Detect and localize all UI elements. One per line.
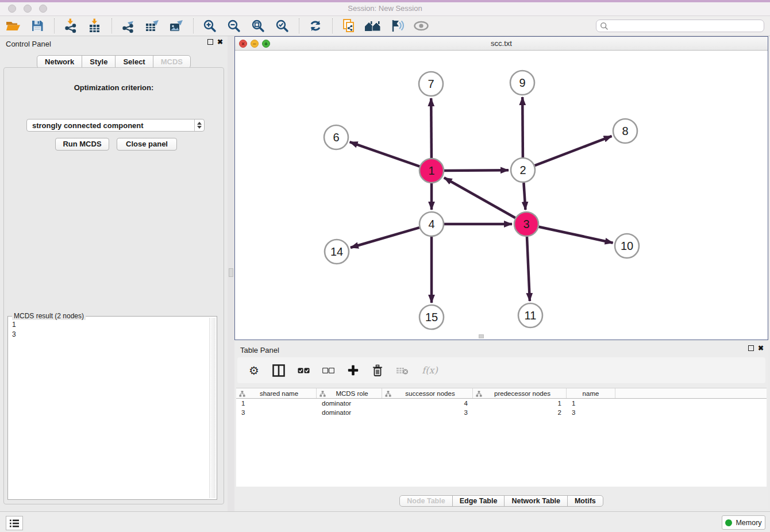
cell-predecessor-nodes[interactable]: 2	[473, 408, 567, 417]
node-15[interactable]: 15	[419, 305, 444, 329]
table-panel-tabs: Node TableEdge TableNetwork TableMotifs	[399, 495, 603, 507]
svg-text:2: 2	[519, 164, 526, 176]
table-row[interactable]: 3dominator323	[236, 408, 767, 417]
status-bar: Memory	[0, 511, 770, 532]
optimization-criterion-label: Optimization criterion:	[4, 83, 224, 92]
toolbar-separator	[193, 18, 194, 33]
edge-3-10[interactable]	[539, 227, 613, 243]
refresh-icon[interactable]	[307, 17, 324, 34]
edge-2-9[interactable]	[522, 97, 523, 157]
tab-motifs[interactable]: Motifs	[567, 495, 603, 507]
export-image-icon[interactable]	[168, 17, 185, 34]
column-header-shared-name[interactable]: shared name	[236, 388, 317, 398]
cell-shared-name[interactable]: 3	[236, 408, 317, 417]
main-toolbar	[0, 16, 770, 36]
memory-button[interactable]: Memory	[722, 515, 765, 530]
column-header-successor-nodes[interactable]: successor nodes	[382, 388, 473, 398]
cell-name[interactable]: 3	[567, 408, 615, 417]
column-header-mcds-role[interactable]: MCDS role	[317, 388, 382, 398]
mcds-result-text[interactable]: 1 3	[10, 320, 208, 498]
edge-1-6[interactable]	[350, 142, 420, 167]
cell-mcds-role[interactable]: dominator	[317, 408, 382, 417]
cell-name[interactable]: 1	[567, 399, 615, 408]
search-input[interactable]	[609, 21, 764, 31]
mcds-result-title: MCDS result (2 nodes)	[12, 312, 86, 320]
cell-successor-nodes[interactable]: 4	[382, 399, 473, 408]
cell-successor-nodes[interactable]: 3	[382, 408, 473, 417]
open-file-icon[interactable]	[5, 17, 22, 34]
network-graph[interactable]: 7968124314101511	[235, 51, 768, 340]
network-canvas[interactable]: 7968124314101511	[235, 51, 768, 340]
clone-network-icon[interactable]	[340, 17, 357, 34]
canvas-scroll-thumb[interactable]	[479, 334, 484, 338]
table-row[interactable]: 1dominator411	[236, 399, 767, 408]
mcds-panel: Optimization criterion: strongly connect…	[3, 67, 224, 504]
export-table-icon[interactable]	[144, 17, 161, 34]
node-7[interactable]: 7	[419, 72, 443, 96]
node-9[interactable]: 9	[510, 71, 534, 95]
close-panel-button[interactable]: Close panel	[117, 138, 177, 151]
zoom-fit-icon[interactable]	[249, 17, 267, 34]
home-icon[interactable]	[364, 17, 382, 34]
select-all-icon[interactable]	[297, 364, 310, 377]
zoom-selected-icon[interactable]	[274, 17, 291, 34]
columns-icon[interactable]	[272, 364, 286, 377]
tab-select[interactable]: Select	[115, 55, 153, 68]
gear-icon[interactable]: ⚙	[247, 364, 261, 377]
cell-shared-name[interactable]: 1	[236, 399, 317, 408]
task-history-button[interactable]	[6, 516, 23, 530]
tab-node-table[interactable]: Node Table	[399, 495, 452, 507]
control-panel-title: Control Panel	[6, 40, 51, 48]
result-scrollbar[interactable]	[209, 318, 215, 498]
export-network-icon[interactable]	[120, 17, 137, 34]
edge-2-8[interactable]	[535, 136, 612, 165]
delete-icon[interactable]	[371, 364, 384, 377]
edge-1-2[interactable]	[444, 170, 509, 171]
optimization-criterion-dropdown[interactable]: strongly connected component	[26, 119, 205, 132]
svg-text:14: 14	[330, 245, 343, 258]
node-6[interactable]: 6	[324, 125, 348, 149]
tab-network-table[interactable]: Network Table	[504, 495, 568, 507]
edge-4-14[interactable]	[351, 228, 419, 248]
edge-2-3[interactable]	[523, 183, 525, 210]
panel-divider[interactable]	[228, 36, 234, 511]
node-10[interactable]: 10	[615, 234, 639, 258]
edge-1-7[interactable]	[431, 98, 432, 158]
deselect-all-icon[interactable]	[321, 364, 335, 377]
close-panel-icon[interactable]: ✖	[217, 39, 223, 45]
cell-mcds-role[interactable]: dominator	[317, 399, 382, 408]
edge-3-1[interactable]	[444, 178, 515, 218]
divider-grip-icon[interactable]	[229, 268, 233, 277]
svg-text:10: 10	[621, 240, 633, 252]
tab-network[interactable]: Network	[37, 55, 82, 68]
column-header-name[interactable]: name	[567, 388, 615, 398]
import-network-icon[interactable]	[62, 17, 79, 34]
node-4[interactable]: 4	[419, 212, 444, 236]
node-11[interactable]: 11	[518, 303, 542, 327]
import-table-icon[interactable]	[86, 17, 103, 34]
zoom-out-icon[interactable]	[225, 17, 242, 34]
search-field[interactable]	[596, 20, 764, 32]
column-header-predecessor-nodes[interactable]: predecessor nodes	[473, 388, 567, 398]
node-8[interactable]: 8	[613, 119, 637, 143]
tab-style[interactable]: Style	[82, 55, 116, 68]
add-column-icon[interactable]	[346, 364, 360, 377]
float-panel-icon[interactable]	[748, 345, 754, 351]
node-3[interactable]: 3	[514, 212, 538, 236]
graphics-details-icon[interactable]	[388, 17, 406, 34]
table-header-row: shared nameMCDS rolesuccessor nodesprede…	[236, 388, 767, 399]
save-session-icon[interactable]	[29, 17, 46, 34]
tab-edge-table[interactable]: Edge Table	[452, 495, 505, 507]
tab-mcds[interactable]: MCDS	[153, 55, 191, 68]
float-panel-icon[interactable]	[207, 39, 213, 45]
node-table[interactable]: shared nameMCDS rolesuccessor nodesprede…	[236, 388, 767, 487]
zoom-in-icon[interactable]	[201, 17, 218, 34]
run-mcds-button[interactable]: Run MCDS	[55, 138, 109, 151]
close-panel-icon[interactable]: ✖	[758, 345, 764, 351]
node-2[interactable]: 2	[511, 158, 535, 182]
edge-3-11[interactable]	[527, 237, 530, 301]
node-14[interactable]: 14	[325, 240, 349, 264]
cell-predecessor-nodes[interactable]: 1	[473, 399, 567, 408]
network-window-titlebar[interactable]: × − + scc.txt	[235, 37, 768, 51]
node-1[interactable]: 1	[419, 159, 444, 183]
